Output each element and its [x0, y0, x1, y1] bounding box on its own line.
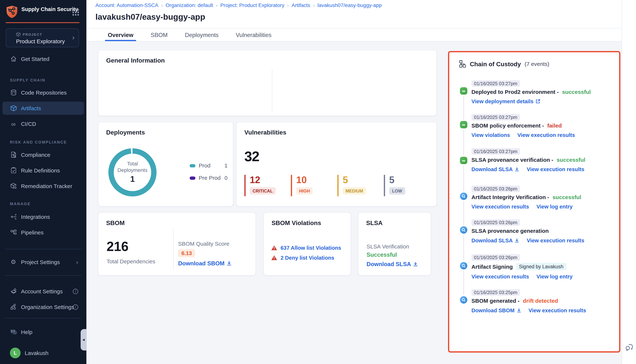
download-slsa-link[interactable]: Download SLSA: [472, 166, 519, 172]
pipelines-icon: [10, 229, 17, 236]
section-manage: MANAGE: [10, 202, 31, 206]
sidebar-user[interactable]: L Lavakush: [2, 346, 84, 360]
breadcrumb-current[interactable]: lavakush07/easy-buggy-app: [318, 2, 382, 8]
vulnerabilities-card: Vulnerabilities 32 12 CRITICAL 10 HIGH 5…: [236, 122, 437, 207]
right-gutter: [622, 0, 636, 364]
sidebar-item-get-started[interactable]: Get Started: [2, 52, 84, 66]
event-timestamp: 01/16/2025 03:26pm: [472, 219, 520, 226]
download-slsa-link[interactable]: Download SLSA: [366, 261, 418, 268]
event-title: SBOM generated -: [472, 298, 520, 304]
sidebar-item-help[interactable]: ? Help: [2, 325, 84, 338]
slsa-verification-label: SLSA Verification: [366, 244, 409, 250]
project-label: PROJECT: [23, 32, 42, 36]
general-information-card: General Information Name:lavakush07/easy…: [98, 50, 437, 116]
sbom-violations-card: SBOM Violations 637 Allow list Violation…: [263, 212, 351, 276]
donut-label-line1: Total: [127, 161, 138, 166]
sbom-quality-label: SBOM Quality Score: [178, 241, 229, 247]
view-execution-results-link[interactable]: View execution results: [517, 132, 575, 138]
legend-value: 1: [224, 162, 228, 169]
event-status: drift detected: [523, 298, 558, 304]
download-slsa-link[interactable]: Download SLSA: [472, 238, 519, 244]
download-sbom-link[interactable]: Download SBOM: [178, 260, 232, 267]
download-icon: [515, 238, 519, 243]
tab-deployments[interactable]: Deployments: [185, 28, 219, 41]
sidebar-item-label: Remediation Tracker: [21, 183, 72, 189]
view-deployment-details-link[interactable]: View deployment details: [472, 98, 540, 104]
tab-overview[interactable]: Overview: [108, 28, 134, 41]
download-sbom-link[interactable]: Download SBOM: [472, 307, 521, 314]
vulnerabilities-total: 32: [244, 148, 259, 164]
download-icon: [413, 262, 418, 267]
sidebar-item-code-repositories[interactable]: Code Repositories: [2, 86, 84, 99]
breadcrumb-artifacts[interactable]: Artifacts: [292, 2, 310, 8]
sidebar-item-label: Pipelines: [21, 229, 44, 236]
clipboard-check-icon: [10, 167, 17, 174]
event-timestamp: 01/16/2025 03:27pm: [472, 148, 520, 155]
pipeline-event-icon: ∞: [460, 121, 467, 128]
sbom-quality-score: 6.13: [178, 249, 195, 257]
view-execution-results-link[interactable]: View execution results: [472, 204, 529, 210]
deployments-legend: Prod 1 Pre Prod 0: [190, 162, 228, 181]
user-name: Lavakush: [25, 350, 48, 356]
card-title: General Information: [106, 57, 165, 64]
legend-item-prod: Prod 1: [190, 162, 228, 169]
severity-count: 5: [389, 175, 405, 184]
breadcrumb-account[interactable]: Account: Automation-SSCA: [96, 2, 158, 8]
project-selector[interactable]: PROJECT Product Exploratory ›: [6, 28, 79, 47]
module-grid-icon[interactable]: [72, 9, 79, 16]
deny-list-violations-link[interactable]: 2 Deny list Violations: [271, 255, 334, 261]
view-execution-results-link[interactable]: View execution results: [472, 274, 529, 280]
event-title: Artifact Signing: [472, 264, 513, 270]
info-icon: i: [73, 288, 78, 294]
severity-count: 10: [296, 175, 313, 184]
severity-count: 12: [250, 175, 276, 184]
tab-vulnerabilities[interactable]: Vulnerabilities: [236, 28, 272, 41]
sidebar-collapse-handle[interactable]: ◀: [80, 329, 86, 350]
warning-icon: [271, 245, 277, 250]
sidebar: Supply Chain Security PROJECT Product Ex…: [0, 0, 86, 364]
view-execution-results-link[interactable]: View execution results: [527, 166, 584, 172]
event-status: successful: [557, 157, 586, 163]
sbom-card: SBOM 216 Total Dependencies SBOM Quality…: [98, 212, 256, 276]
sidebar-item-artifacts[interactable]: Artifacts: [2, 102, 84, 115]
view-log-entry-link[interactable]: View log entry: [536, 274, 573, 280]
donut-label-line2: Deployments: [118, 167, 148, 173]
breadcrumb-organization[interactable]: Organization: default: [166, 2, 213, 8]
divider: [5, 318, 82, 318]
breadcrumb-project[interactable]: Project: Product Exploratory: [220, 2, 284, 8]
chain-of-custody-card: Chain of Custody (7 events) ∞ ∞ ∞ 01/16/…: [448, 51, 620, 352]
view-execution-results-link[interactable]: View execution results: [527, 238, 584, 244]
coc-event-slsa-generation: 01/16/2025 03:26pm SLSA provenance gener…: [472, 218, 616, 244]
pipeline-event-icon: ∞: [460, 87, 467, 94]
severity-badge: LOW: [389, 187, 405, 194]
sidebar-item-organization-settings[interactable]: Organization Settings i: [2, 300, 84, 314]
coc-event-slsa-verification: 01/16/2025 03:27pm SLSA provenance verif…: [472, 147, 616, 172]
sidebar-item-account-settings[interactable]: Account Settings i: [2, 285, 84, 298]
chevron-right-icon: ›: [76, 259, 78, 265]
legend-label: Prod: [199, 162, 210, 169]
sidebar-item-rule-definitions[interactable]: Rule Definitions: [2, 164, 84, 177]
tab-sbom[interactable]: SBOM: [151, 28, 168, 41]
sidebar-item-remediation-tracker[interactable]: Remediation Tracker: [2, 180, 84, 193]
artifact-box-icon: [10, 105, 17, 112]
view-execution-results-link[interactable]: View execution results: [528, 307, 586, 314]
view-log-entry-link[interactable]: View log entry: [536, 204, 573, 210]
event-status: successful: [562, 89, 591, 95]
org-chart-gear-icon: [10, 304, 17, 310]
coc-event-artifact-integrity: 01/16/2025 03:26pm Artifact Integrity Ve…: [472, 185, 616, 210]
sidebar-item-project-settings[interactable]: ⚙ Project Settings ›: [2, 256, 84, 269]
breadcrumb-separator: ›: [161, 3, 163, 8]
user-avatar: L: [10, 348, 20, 358]
view-violations-link[interactable]: View violations: [472, 132, 510, 138]
severity-badge: HIGH: [296, 187, 313, 194]
sidebar-item-integrations[interactable]: Integrations: [2, 210, 84, 224]
sidebar-item-cicd[interactable]: ∞ CI/CD: [2, 117, 84, 130]
sidebar-item-pipelines[interactable]: Pipelines: [2, 226, 84, 239]
event-title: SLSA provenance generation: [472, 228, 549, 234]
event-timestamp: 01/16/2025 03:26pm: [472, 254, 520, 261]
card-title: SBOM Violations: [272, 219, 321, 226]
download-icon: [226, 261, 232, 266]
allow-list-violations-link[interactable]: 637 Allow list Violations: [271, 245, 341, 251]
support-chat-icon[interactable]: [625, 343, 634, 351]
sidebar-item-compliance[interactable]: Compliance: [2, 148, 84, 162]
